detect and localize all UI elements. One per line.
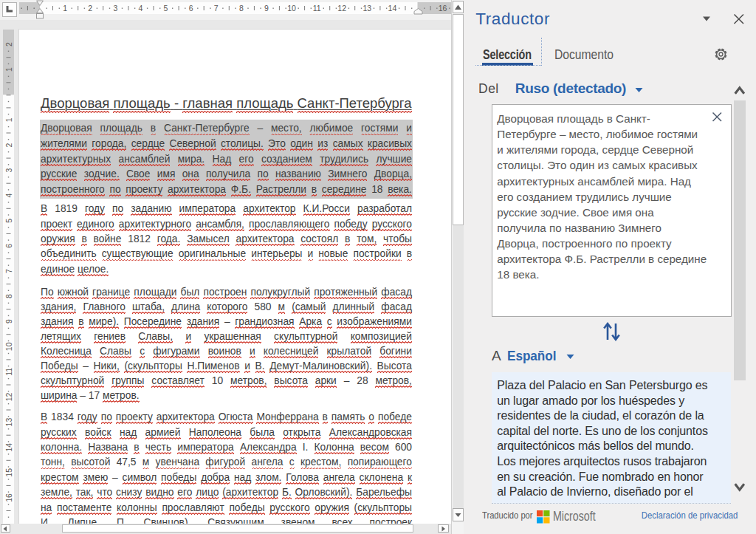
svg-text:14: 14 [4,443,13,452]
svg-text:13: 13 [4,418,13,427]
svg-text:3: 3 [113,4,117,13]
svg-text:7: 7 [4,269,13,273]
svg-text:16: 16 [4,493,13,502]
svg-text:9: 9 [264,4,269,13]
svg-text:5: 5 [164,4,168,13]
svg-text:10: 10 [4,342,13,351]
svg-text:2: 2 [4,42,13,47]
svg-text:8: 8 [239,4,244,13]
svg-text:2: 2 [4,143,13,147]
svg-text:11: 11 [313,4,321,13]
svg-text:4: 4 [138,4,142,13]
svg-text:2: 2 [88,4,92,13]
svg-text:8: 8 [4,294,13,298]
svg-text:3: 3 [4,168,13,173]
svg-text:11: 11 [4,368,13,376]
svg-text:10: 10 [287,4,296,13]
svg-text:16: 16 [439,4,447,13]
svg-text:14: 14 [388,4,397,13]
svg-text:15: 15 [4,468,13,477]
svg-text:1: 1 [4,117,13,122]
svg-text:6: 6 [189,4,193,13]
svg-text:6: 6 [4,244,13,248]
svg-text:12: 12 [337,4,346,13]
svg-text:13: 13 [362,4,371,13]
svg-text:5: 5 [4,219,13,223]
svg-text:1: 1 [63,4,67,13]
svg-text:9: 9 [4,319,13,324]
svg-text:1: 1 [4,67,13,72]
svg-text:4: 4 [4,194,13,198]
svg-text:7: 7 [214,4,219,13]
svg-text:12: 12 [4,393,13,402]
